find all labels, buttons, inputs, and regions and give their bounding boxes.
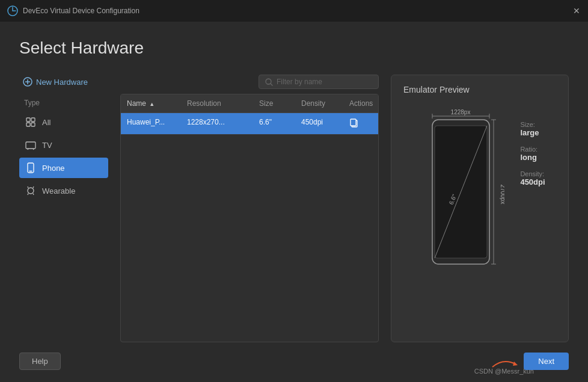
spec-density: Density: 450dpi (520, 170, 545, 186)
col-size: Size (253, 94, 295, 112)
preview-specs: Size: large Ratio: long Density: 450dpi (520, 103, 545, 186)
table-row[interactable]: Huawei_P... 1228x270... 6.6" 450dpi (121, 113, 378, 135)
watermark: CSDN @Messr_kun (474, 368, 534, 375)
middle-panel: Name ▲ Resolution Size Density Actions H… (120, 75, 379, 342)
svg-line-17 (33, 194, 34, 196)
copy-icon[interactable] (349, 120, 359, 129)
search-icon (265, 78, 273, 86)
spec-size-label: Size: (520, 121, 545, 128)
svg-line-19 (271, 84, 272, 85)
svg-rect-5 (31, 118, 35, 122)
type-label: Type (19, 96, 108, 109)
cell-density: 450dpi (295, 113, 343, 134)
svg-rect-21 (351, 119, 356, 126)
cell-actions (343, 113, 379, 134)
app-icon (7, 5, 18, 16)
all-icon (25, 117, 36, 128)
new-hardware-button[interactable]: New Hardware (19, 75, 108, 89)
page-title: Select Hardware (19, 39, 569, 58)
col-resolution: Resolution (181, 94, 253, 112)
svg-text:2700px: 2700px (500, 185, 504, 205)
table-header: Name ▲ Resolution Size Density Actions (121, 94, 378, 113)
spec-ratio: Ratio: long (520, 146, 545, 162)
main-content: Select Hardware New Hardware Type (0, 22, 588, 382)
wearable-icon (25, 185, 36, 196)
preview-title: Emulator Preview (403, 85, 556, 94)
titlebar-controls: ✕ (572, 7, 581, 15)
plus-circle-icon (23, 77, 32, 87)
tv-icon (25, 140, 36, 150)
sidebar-item-all-label: All (42, 118, 51, 127)
spec-size: Size: large (520, 121, 545, 137)
titlebar-left: DevEco Virtual Device Configuration (7, 5, 139, 16)
svg-rect-4 (26, 118, 30, 122)
sidebar-item-wearable-label: Wearable (42, 186, 75, 196)
close-button[interactable]: ✕ (572, 7, 581, 15)
phone-preview-svg: 1228px 2700px 6.6" (420, 103, 504, 277)
sidebar-item-wearable[interactable]: Wearable (19, 180, 108, 201)
titlebar-title: DevEco Virtual Device Configuration (23, 7, 139, 15)
filter-input[interactable] (277, 78, 361, 86)
preview-body: 1228px 2700px 6.6" (403, 103, 556, 332)
svg-rect-8 (26, 142, 35, 149)
spec-ratio-value: long (520, 153, 545, 162)
help-button[interactable]: Help (19, 353, 61, 370)
col-name: Name ▲ (121, 94, 181, 112)
svg-marker-34 (513, 362, 518, 366)
svg-point-13 (28, 188, 34, 194)
hardware-table: Name ▲ Resolution Size Density Actions H… (120, 94, 379, 342)
svg-rect-6 (26, 123, 30, 126)
svg-text:1228px: 1228px (451, 109, 471, 116)
svg-line-10 (33, 149, 34, 150)
svg-rect-7 (31, 123, 35, 126)
col-actions: Actions (343, 94, 379, 112)
sidebar-item-tv[interactable]: TV (19, 135, 108, 155)
col-density: Density (295, 94, 343, 112)
spec-ratio-label: Ratio: (520, 146, 545, 153)
cell-resolution: 1228x270... (181, 113, 253, 134)
content-area: New Hardware Type All (19, 75, 569, 342)
spec-size-value: large (520, 128, 545, 137)
sidebar-item-phone[interactable]: Phone (19, 158, 108, 178)
left-panel: New Hardware Type All (19, 75, 108, 342)
titlebar: DevEco Virtual Device Configuration ✕ (0, 0, 588, 22)
svg-line-16 (28, 194, 28, 196)
filter-bar[interactable] (259, 75, 379, 89)
sidebar-item-phone-label: Phone (42, 164, 65, 173)
spec-density-value: 450dpi (520, 177, 545, 186)
svg-line-15 (33, 186, 34, 188)
spec-density-label: Density: (520, 170, 545, 177)
cell-name: Huawei_P... (121, 113, 181, 134)
cell-size: 6.6" (253, 113, 295, 134)
svg-line-14 (28, 186, 28, 188)
emulator-preview-panel: Emulator Preview 1228px 2700px (391, 75, 569, 342)
phone-diagram: 1228px 2700px 6.6" (414, 103, 510, 277)
phone-icon (25, 162, 36, 173)
sidebar-item-all[interactable]: All (19, 112, 108, 132)
sort-arrow: ▲ (149, 101, 155, 107)
new-hardware-label: New Hardware (36, 78, 88, 87)
svg-line-9 (28, 149, 28, 150)
sidebar-item-tv-label: TV (42, 141, 52, 150)
